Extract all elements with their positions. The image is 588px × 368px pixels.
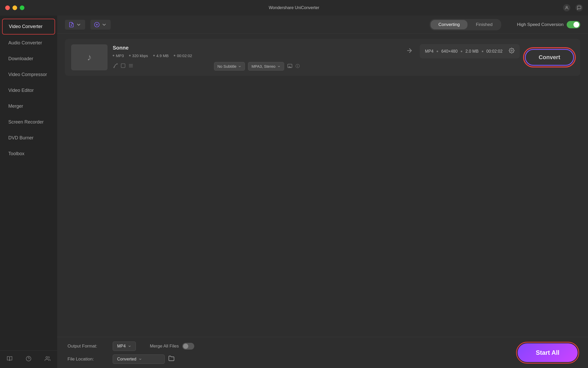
open-folder-icon[interactable]: [168, 355, 175, 363]
output-duration: 00:02:02: [486, 49, 503, 54]
users-icon[interactable]: [45, 356, 50, 363]
subtitle-preview-icon[interactable]: [287, 63, 292, 70]
svg-line-15: [114, 64, 116, 67]
source-duration: 00:02:02: [174, 53, 192, 58]
subtitle-audio-area: No Subtitle MPA3, Stereo: [214, 62, 300, 71]
subtitle-dropdown[interactable]: No Subtitle: [214, 62, 245, 71]
merge-label: Merge All Files: [150, 344, 179, 349]
add-file-button[interactable]: [65, 20, 85, 30]
svg-point-0: [566, 6, 567, 8]
close-button[interactable]: [5, 5, 10, 10]
source-size: 4.9 MB: [153, 53, 169, 58]
audio-dropdown[interactable]: MPA3, Stereo: [248, 62, 284, 71]
maximize-button[interactable]: [20, 5, 24, 10]
merge-row: Merge All Files: [150, 343, 194, 350]
merge-toggle[interactable]: [182, 343, 194, 350]
tab-finished[interactable]: Finished: [468, 20, 500, 29]
high-speed-section: High Speed Conversion: [517, 21, 580, 28]
output-format: MP4: [425, 49, 433, 54]
file-card: ♪ Sonne MP3: [65, 39, 580, 76]
toggle-knob: [573, 22, 579, 28]
dot: [129, 55, 131, 56]
sidebar-item-merger[interactable]: Merger: [2, 99, 55, 114]
book-icon[interactable]: [7, 356, 12, 363]
sidebar-item-video-converter[interactable]: Video Converter: [2, 19, 55, 35]
file-location-row: File Location: Converted: [68, 355, 194, 364]
file-location-label: File Location:: [68, 357, 109, 362]
file-row-bottom: No Subtitle MPA3, Stereo: [113, 62, 520, 71]
window-controls: [5, 5, 24, 10]
file-row-top: Sonne MP3 320 kbps: [113, 44, 520, 58]
high-speed-toggle[interactable]: [567, 21, 580, 28]
titlebar: Wondershare UniConverter: [0, 0, 588, 16]
sidebar-item-video-compressor[interactable]: Video Compressor: [2, 67, 55, 82]
file-card-row: Sonne MP3 320 kbps: [113, 44, 520, 71]
titlebar-icons: [563, 4, 583, 11]
audio-info-icon[interactable]: ⓘ: [296, 64, 300, 69]
output-format-select[interactable]: MP4: [113, 342, 136, 351]
sidebar-item-downloader[interactable]: Downloader: [2, 51, 55, 66]
content-area: Converting Finished High Speed Conversio…: [57, 16, 588, 368]
svg-point-11: [113, 67, 114, 68]
minimize-button[interactable]: [12, 5, 17, 10]
output-format-label: Output Format:: [68, 344, 109, 349]
file-meta-source: MP3 320 kbps 4.9 MB: [113, 53, 399, 58]
sidebar-item-audio-converter[interactable]: Audio Converter: [2, 36, 55, 50]
svg-point-3: [46, 357, 48, 358]
convert-arrow-icon: [403, 47, 416, 56]
tab-converting[interactable]: Converting: [431, 20, 467, 29]
high-speed-label: High Speed Conversion: [517, 22, 564, 27]
settings-gear-icon[interactable]: [509, 48, 514, 55]
trim-icon[interactable]: [113, 63, 118, 70]
output-info: MP4 640×480 2.0 MB 00:02:02: [425, 49, 503, 54]
convert-settings: MP4 640×480 2.0 MB 00:02:02: [420, 44, 520, 58]
music-icon: ♪: [87, 52, 92, 63]
dot: [174, 55, 175, 56]
file-thumbnail: ♪: [71, 44, 108, 70]
sidebar-item-video-editor[interactable]: Video Editor: [2, 83, 55, 98]
output-resolution: 640×480: [441, 49, 458, 54]
merge-knob: [183, 344, 188, 349]
help-icon[interactable]: [26, 356, 31, 363]
toolbar: Converting Finished High Speed Conversio…: [57, 16, 588, 34]
sidebar-item-dvd-burner[interactable]: DVD Burner: [2, 131, 55, 145]
sidebar-item-screen-recorder[interactable]: Screen Recorder: [2, 115, 55, 130]
source-format: MP3: [113, 53, 124, 58]
start-all-button[interactable]: Start All: [518, 343, 578, 362]
convert-button[interactable]: Convert: [525, 49, 574, 66]
subtitle-audio: No Subtitle MPA3, Stereo: [214, 62, 300, 71]
output-format-row: Output Format: MP4 Merge All Files: [68, 342, 194, 351]
source-bitrate: 320 kbps: [129, 53, 148, 58]
svg-point-1: [26, 356, 31, 361]
tab-switcher: Converting Finished: [430, 19, 501, 30]
sidebar-item-toolbox[interactable]: Toolbox: [2, 146, 55, 161]
message-icon[interactable]: [576, 4, 583, 11]
file-name: Sonne: [113, 45, 399, 51]
output-size: 2.0 MB: [465, 49, 479, 54]
effects-icon[interactable]: [128, 63, 133, 70]
sidebar-bottom: [0, 350, 57, 368]
bottom-left: Output Format: MP4 Merge All Files File …: [68, 342, 194, 364]
dot: [153, 55, 155, 56]
bottom-bar: Output Format: MP4 Merge All Files File …: [57, 337, 588, 368]
app-title: Wondershare UniConverter: [269, 5, 319, 10]
file-area: ♪ Sonne MP3: [57, 34, 588, 337]
crop-icon[interactable]: [121, 63, 126, 70]
profile-icon[interactable]: [563, 4, 570, 11]
add-url-button[interactable]: [90, 20, 111, 30]
dot: [113, 55, 114, 56]
file-location-select[interactable]: Converted: [113, 355, 165, 364]
svg-point-10: [511, 50, 512, 51]
file-info: Sonne MP3 320 kbps: [113, 45, 399, 58]
sidebar: Video Converter Audio Converter Download…: [0, 16, 57, 368]
svg-rect-16: [121, 64, 125, 68]
